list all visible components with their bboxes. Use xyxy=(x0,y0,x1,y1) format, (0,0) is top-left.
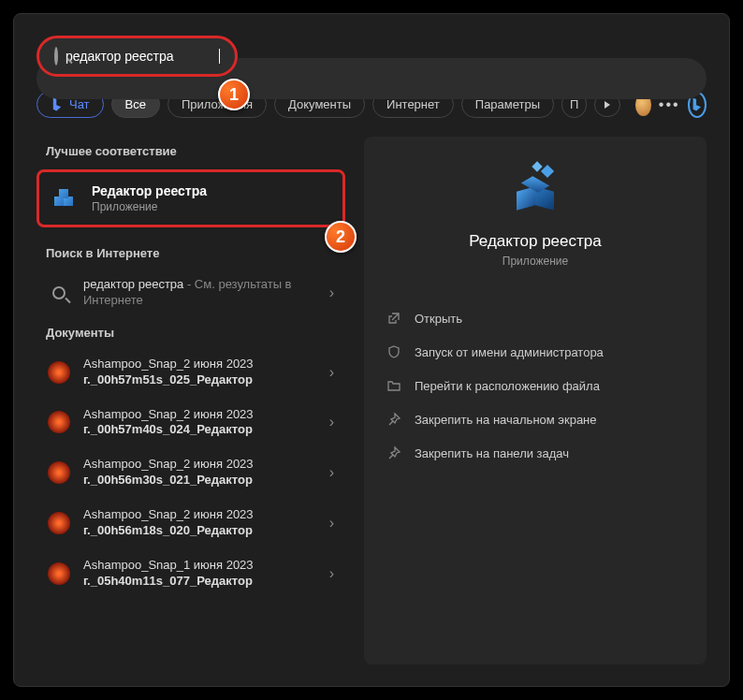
action-list: Открыть Запуск от имени администратора П… xyxy=(383,301,688,470)
best-match-subtitle: Приложение xyxy=(92,200,207,213)
chevron-right-icon: › xyxy=(329,364,334,381)
search-bar[interactable]: редактор реестра xyxy=(36,36,238,77)
chevron-right-icon: › xyxy=(329,414,334,430)
search-input[interactable]: редактор реестра xyxy=(66,49,218,64)
detail-subtitle: Приложение xyxy=(383,255,688,268)
search-window: редактор реестра 1 2 Чат Все Приложения … xyxy=(13,13,730,687)
folder-icon xyxy=(386,378,401,393)
action-label: Закрепить на панели задач xyxy=(415,446,569,460)
filter-chat-label: Чат xyxy=(69,97,90,111)
action-pin-taskbar[interactable]: Закрепить на панели задач xyxy=(383,436,688,470)
action-pin-start[interactable]: Закрепить на начальном экране xyxy=(383,402,688,436)
search-icon xyxy=(48,282,70,304)
open-icon xyxy=(386,311,401,326)
web-result[interactable]: редактор реестра - См. результаты в Инте… xyxy=(36,268,345,318)
document-name: Ashampoo_Snap_1 июня 2023г._05h40m11s_07… xyxy=(83,558,316,590)
swirl-icon xyxy=(48,461,70,484)
section-best-match: Лучшее соответствие xyxy=(36,137,345,166)
results-panel: Лучшее соответствие Редактор реестра При… xyxy=(36,137,345,664)
regedit-icon xyxy=(52,185,79,211)
document-name: Ashampoo_Snap_2 июня 2023г._00h57m40s_02… xyxy=(83,407,316,439)
callout-2: 2 xyxy=(325,221,357,253)
swirl-icon xyxy=(48,411,70,433)
regedit-icon-large xyxy=(507,163,563,219)
action-label: Запуск от имени администратора xyxy=(415,345,604,359)
text-cursor xyxy=(219,49,220,64)
detail-title: Редактор реестра xyxy=(383,232,688,251)
document-name: Ashampoo_Snap_2 июня 2023г._00h57m51s_02… xyxy=(83,357,316,388)
callout-1: 1 xyxy=(218,79,250,110)
action-admin[interactable]: Запуск от имени администратора xyxy=(383,335,688,369)
bing-icon xyxy=(691,98,704,111)
chevron-right-icon: › xyxy=(329,565,334,582)
action-open[interactable]: Открыть xyxy=(383,301,688,335)
section-web: Поиск в Интернете xyxy=(36,239,345,268)
best-match-result[interactable]: Редактор реестра Приложение xyxy=(36,169,345,227)
document-name: Ashampoo_Snap_2 июня 2023г._00h56m30s_02… xyxy=(83,457,316,489)
search-icon xyxy=(54,49,58,64)
section-documents: Документы xyxy=(36,318,345,347)
chevron-right-icon: › xyxy=(329,464,334,481)
swirl-icon xyxy=(48,512,70,534)
document-result[interactable]: Ashampoo_Snap_2 июня 2023г._00h56m18s_02… xyxy=(36,498,345,548)
web-result-text: редактор реестра - См. результаты в Инте… xyxy=(83,277,316,309)
best-match-title: Редактор реестра xyxy=(92,183,207,198)
action-label: Перейти к расположению файла xyxy=(415,379,600,393)
play-icon xyxy=(605,101,610,109)
document-result[interactable]: Ashampoo_Snap_2 июня 2023г._00h57m40s_02… xyxy=(36,398,345,448)
pin-start-icon xyxy=(386,412,401,427)
admin-icon xyxy=(386,344,401,359)
action-label: Закрепить на начальном экране xyxy=(415,413,597,427)
document-result[interactable]: Ashampoo_Snap_2 июня 2023г._00h57m51s_02… xyxy=(36,347,345,398)
chevron-right-icon: › xyxy=(329,284,334,301)
action-label: Открыть xyxy=(415,312,462,326)
detail-panel: Редактор реестра Приложение Открыть Запу… xyxy=(364,137,707,664)
document-name: Ashampoo_Snap_2 июня 2023г._00h56m18s_02… xyxy=(83,507,316,539)
pin-taskbar-icon xyxy=(386,445,401,460)
swirl-icon xyxy=(48,361,70,384)
document-result[interactable]: Ashampoo_Snap_2 июня 2023г._00h56m30s_02… xyxy=(36,447,345,498)
action-folder[interactable]: Перейти к расположению файла xyxy=(383,369,688,402)
bing-icon xyxy=(51,98,64,111)
chevron-right-icon: › xyxy=(329,515,334,532)
document-result[interactable]: Ashampoo_Snap_1 июня 2023г._05h40m11s_07… xyxy=(36,548,345,599)
swirl-icon xyxy=(48,562,70,585)
